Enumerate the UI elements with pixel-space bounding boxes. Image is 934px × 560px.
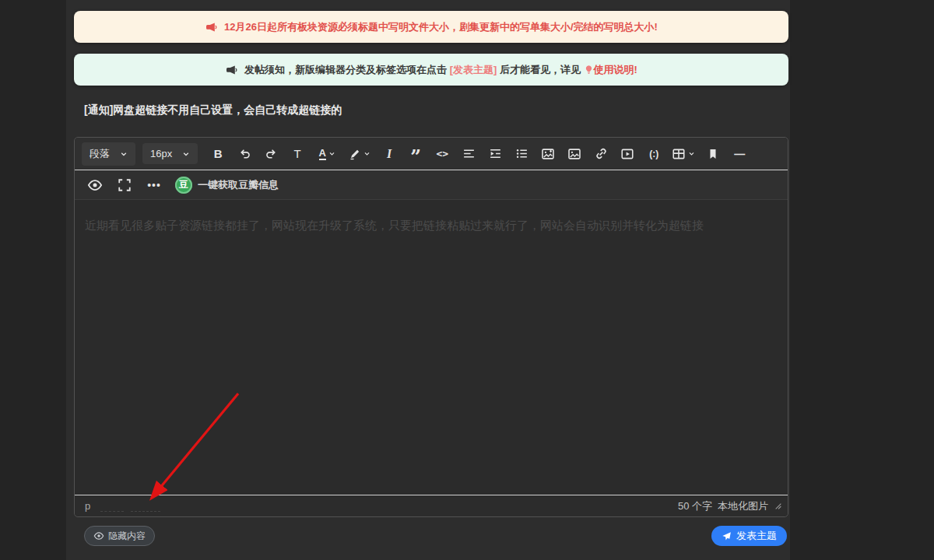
pen-icon: [349, 148, 361, 160]
rich-text-editor: 段落 16px B T A I: [74, 137, 788, 517]
insert-image-button[interactable]: [563, 143, 586, 165]
editor-content-area[interactable]: 近期看见很多贴子资源链接都挂了，网站现在升级了系统，只要把链接粘贴过来就行了，网…: [75, 200, 788, 495]
paper-plane-icon: [722, 531, 732, 541]
code-block-glyph: (:): [649, 149, 658, 159]
hide-content-label: 隐藏内容: [108, 530, 146, 543]
font-size-label: 16px: [150, 148, 172, 159]
chevron-down-icon: [120, 150, 128, 158]
font-color-glyph: A: [319, 148, 326, 160]
italic-glyph: I: [387, 147, 392, 161]
fullscreen-button[interactable]: [113, 174, 136, 196]
font-size-dropdown[interactable]: 16px: [142, 143, 198, 164]
banner-2-prefix: 发帖须知，新版编辑器分类及标签选项在点击: [244, 64, 450, 75]
draft-paragraph: 近期看见很多贴子资源链接都挂了，网站现在升级了系统，只要把链接粘贴过来就行了，网…: [85, 217, 778, 233]
bold-button[interactable]: B: [206, 143, 230, 165]
undo-icon: [238, 147, 251, 160]
douban-icon: 豆: [175, 177, 192, 194]
faint-underline-mark: [131, 503, 160, 512]
title-glyph: T: [294, 147, 301, 160]
hide-content-button[interactable]: 隐藏内容: [84, 526, 155, 546]
megaphone-icon: [225, 64, 237, 76]
highlight-color-dropdown[interactable]: [345, 143, 374, 165]
bookmark-button[interactable]: [701, 143, 725, 165]
indent-button[interactable]: [483, 143, 507, 165]
horizontal-rule-button[interactable]: —: [728, 143, 751, 165]
link-button[interactable]: [589, 143, 613, 165]
preview-button[interactable]: [83, 174, 107, 196]
link-icon: [595, 147, 608, 160]
editor-status-bar: p 50 个字 本地化图片: [75, 495, 788, 516]
element-path: p: [85, 500, 90, 512]
chevron-down-icon: [328, 150, 335, 157]
announcement-banner-post-guide: 发帖须知，新版编辑器分类及标签选项在点击 [发表主题] 后才能看见，详见 使用说…: [74, 54, 788, 86]
redo-button[interactable]: [259, 143, 283, 165]
paragraph-format-dropdown[interactable]: 段落: [82, 142, 135, 166]
localize-images-button[interactable]: 本地化图片: [718, 499, 768, 513]
chevron-down-icon: [688, 150, 695, 157]
more-options-button[interactable]: •••: [142, 174, 166, 196]
editor-toolbar-row-1: 段落 16px B T A I: [75, 138, 788, 170]
font-color-dropdown[interactable]: A: [312, 143, 342, 165]
upload-image-button[interactable]: [536, 143, 560, 165]
table-dropdown[interactable]: [669, 143, 698, 165]
upload-image-icon: [541, 147, 555, 161]
align-icon: [462, 147, 476, 160]
publish-topic-label: 发表主题: [736, 529, 777, 543]
horizontal-rule-glyph: —: [734, 148, 745, 160]
paragraph-format-label: 段落: [90, 147, 110, 161]
bookmark-icon: [707, 148, 719, 160]
video-button[interactable]: [616, 143, 639, 165]
announcement-banner-size-rule: 12月26日起所有板块资源必须标题中写明文件大小，剧集更新中的写单集大小/完结的…: [74, 11, 788, 43]
usage-guide-link[interactable]: 使用说明!: [594, 64, 637, 75]
align-button[interactable]: [457, 143, 480, 165]
title-button[interactable]: T: [286, 143, 309, 165]
bullet-list-icon: [515, 147, 528, 160]
eye-icon: [87, 177, 103, 193]
word-count: 50 个字: [678, 499, 712, 513]
publish-topic-button[interactable]: 发表主题: [711, 526, 787, 546]
redo-icon: [265, 147, 278, 160]
table-icon: [672, 147, 686, 161]
douban-fetch-button[interactable]: 豆 一键获取豆瓣信息: [175, 177, 279, 194]
ellipsis-icon: •••: [147, 179, 161, 191]
quote-glyph: ”: [410, 147, 421, 160]
insert-image-icon: [567, 147, 581, 161]
chevron-down-icon: [182, 150, 190, 158]
chevron-down-icon: [363, 150, 370, 157]
bullet-list-button[interactable]: [510, 143, 533, 165]
douban-fetch-label: 一键获取豆瓣信息: [198, 178, 279, 192]
resize-handle[interactable]: [774, 502, 782, 510]
italic-button[interactable]: I: [377, 143, 401, 165]
undo-button[interactable]: [233, 143, 256, 165]
resize-grip-icon: [774, 502, 782, 510]
indent-icon: [489, 147, 502, 160]
editor-toolbar-row-2: ••• 豆 一键获取豆瓣信息: [75, 170, 788, 200]
megaphone-icon: [205, 21, 217, 33]
lightbulb-icon: [584, 65, 594, 75]
faint-underline-mark: [100, 503, 124, 512]
banner-1-text: 12月26日起所有板块资源必须标题中写明文件大小，剧集更新中的写单集大小/完结的…: [224, 20, 658, 34]
eye-icon: [93, 530, 104, 541]
code-block-button[interactable]: (:): [642, 143, 665, 165]
netdisk-hyperlink-notice: [通知]网盘超链接不用自己设置，会自己转成超链接的: [84, 103, 342, 117]
banner-2-middle: 后才能看见，详见: [497, 64, 583, 75]
bold-glyph: B: [214, 147, 223, 160]
fullscreen-icon: [118, 178, 132, 192]
content-column: 12月26日起所有板块资源必须标题中写明文件大小，剧集更新中的写单集大小/完结的…: [66, 0, 790, 560]
inline-code-glyph: <>: [436, 148, 448, 159]
inline-code-button[interactable]: <>: [430, 143, 454, 165]
video-icon: [620, 147, 634, 161]
blockquote-button[interactable]: ”: [404, 143, 427, 165]
banner-2-text: 发帖须知，新版编辑器分类及标签选项在点击 [发表主题] 后才能看见，详见 使用说…: [244, 63, 637, 77]
publish-topic-reference[interactable]: [发表主题]: [450, 64, 497, 75]
